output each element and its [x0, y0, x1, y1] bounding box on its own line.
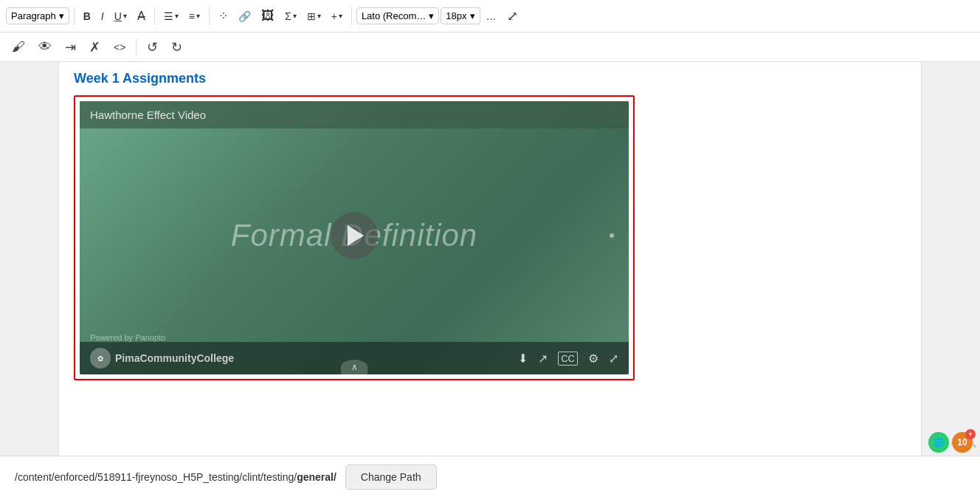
play-arrow-icon: [348, 225, 364, 246]
chevron-down-icon: ▾: [429, 10, 434, 21]
path-prefix: /content/enforced/518911-fjreynoso_H5P_t…: [15, 471, 297, 483]
badge: +: [965, 429, 976, 439]
orange-icon-label: 10: [957, 437, 967, 448]
right-gutter: ⤡: [921, 62, 980, 456]
path-text: /content/enforced/518911-fjreynoso_H5P_t…: [15, 471, 337, 483]
add-button[interactable]: + ▾: [327, 7, 347, 25]
separator: [351, 7, 352, 25]
change-path-button[interactable]: Change Path: [345, 465, 437, 490]
path-bar: /content/enforced/518911-fjreynoso_H5P_t…: [0, 456, 980, 497]
video-controls-right: ⬇ ↗ CC ⚙ ⤢: [518, 352, 618, 366]
visibility-button[interactable]: 👁: [32, 36, 58, 58]
more-button[interactable]: …: [482, 7, 501, 25]
left-gutter: [0, 62, 59, 456]
fullscreen-icon[interactable]: ⤢: [609, 352, 618, 366]
floating-icons: 🌐 10 +: [928, 432, 973, 453]
code-button[interactable]: <>: [108, 38, 131, 56]
align-button[interactable]: ☰ ▾: [159, 7, 183, 25]
chevron-down-icon: ▾: [123, 12, 127, 20]
font-label: Lato (Recom…: [362, 10, 426, 21]
italic-button[interactable]: I: [97, 7, 108, 25]
orange-icon[interactable]: 10 +: [952, 432, 973, 453]
page-title: Week 1 Assignments: [74, 71, 906, 86]
pcc-icon: ✿: [90, 348, 111, 369]
format-paint-button[interactable]: 🖌: [6, 36, 31, 58]
separator: [209, 7, 210, 25]
list-button[interactable]: ≡ ▾: [184, 7, 204, 25]
chevron-down-icon: ▾: [470, 10, 475, 21]
undo-button[interactable]: ↺: [141, 36, 164, 58]
image-button[interactable]: 🖼: [257, 5, 279, 27]
powered-by: Powered by Panopto: [90, 333, 165, 342]
college-name: PimaCommunityCollege: [115, 352, 234, 364]
external-link-icon[interactable]: ↗: [538, 352, 548, 366]
video-title: Hawthorne Effect Video: [80, 101, 629, 128]
bold-button[interactable]: B: [79, 7, 95, 25]
green-icon-label: 🌐: [934, 437, 945, 448]
video-container: Hawthorne Effect Video Formal Definition…: [74, 95, 635, 380]
video-center: Formal Definition: [80, 128, 629, 342]
video-dot: [610, 233, 614, 238]
special-char-button[interactable]: ⁘: [214, 6, 232, 26]
separator: [136, 38, 137, 56]
settings-icon[interactable]: ⚙: [588, 352, 598, 366]
font-dropdown[interactable]: Lato (Recom… ▾: [356, 7, 439, 24]
paragraph-dropdown[interactable]: Paragraph ▾: [6, 7, 69, 24]
separator: [74, 7, 75, 25]
play-button[interactable]: [331, 212, 378, 259]
video-wrapper: Hawthorne Effect Video Formal Definition…: [80, 101, 629, 374]
video-bg: Hawthorne Effect Video Formal Definition…: [80, 101, 629, 374]
chevron-down-icon: ▾: [59, 10, 64, 21]
link-button[interactable]: 🔗: [234, 7, 255, 25]
formula-button[interactable]: Σ ▾: [280, 7, 301, 25]
underline-button[interactable]: U ▾: [110, 7, 131, 25]
toolbar-bottom: 🖌 👁 ⇥ ✗ <> ↺ ↻: [0, 32, 980, 62]
strikethrough-button[interactable]: A̶: [133, 6, 150, 26]
content-area: Week 1 Assignments Hawthorne Effect Vide…: [0, 62, 980, 456]
paragraph-label: Paragraph: [11, 10, 56, 21]
green-icon[interactable]: 🌐: [928, 432, 949, 453]
video-bottom-left: ✿ PimaCommunityCollege: [90, 348, 234, 369]
separator: [154, 7, 155, 25]
table-button[interactable]: ⊞ ▾: [303, 7, 325, 25]
fullscreen-button[interactable]: ⤢: [503, 5, 522, 27]
size-label: 18px: [446, 10, 466, 21]
path-bold: general/: [297, 471, 337, 483]
cc-icon[interactable]: CC: [558, 352, 578, 366]
pcc-logo: ✿ PimaCommunityCollege: [90, 348, 234, 369]
size-dropdown[interactable]: 18px ▾: [441, 7, 480, 24]
clear-format-button[interactable]: ✗: [83, 36, 106, 58]
scroll-down-button[interactable]: ∧: [341, 360, 368, 374]
indent-button[interactable]: ⇥: [59, 36, 82, 58]
editor-area: Week 1 Assignments Hawthorne Effect Vide…: [59, 62, 921, 456]
download-icon[interactable]: ⬇: [518, 352, 528, 366]
redo-button[interactable]: ↻: [165, 36, 188, 58]
toolbar-top: Paragraph ▾ B I U ▾ A̶ ☰ ▾ ≡ ▾ ⁘ 🔗 🖼 Σ ▾…: [0, 0, 980, 32]
